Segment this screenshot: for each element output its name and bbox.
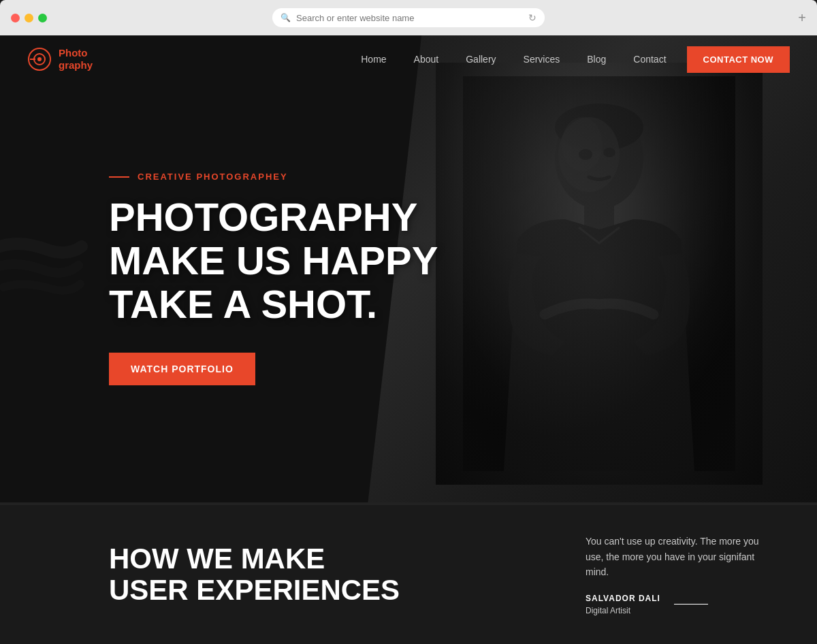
new-tab-button[interactable]: + <box>798 10 806 26</box>
author-name: SALVADOR DALI <box>586 594 660 603</box>
bottom-title: HOW WE MAKE USER EXPERIENCES <box>109 543 422 606</box>
traffic-lights <box>11 14 47 22</box>
author-title: Digital Artisit <box>586 606 660 615</box>
contact-now-button[interactable]: CONTACT NOW <box>687 46 790 73</box>
minimize-button[interactable] <box>25 14 33 22</box>
navbar: Photo graphy Home About Gallery Services… <box>0 35 817 83</box>
hero-title-line3: TAKE A SHOT. <box>109 282 377 326</box>
brush-strokes <box>0 226 89 308</box>
address-bar[interactable]: 🔍 ↻ <box>272 8 545 27</box>
maximize-button[interactable] <box>38 14 47 22</box>
website-content: CREATIVE PHOTOGRAPHEY PHOTOGRAPHY MAKE U… <box>0 35 817 644</box>
browser-chrome: 🔍 ↻ + <box>0 0 817 35</box>
hero-content: CREATIVE PHOTOGRAPHEY PHOTOGRAPHY MAKE U… <box>109 172 438 385</box>
logo-line1: Photo <box>59 47 88 59</box>
nav-link-services[interactable]: Services <box>524 54 560 65</box>
nav-link-home[interactable]: Home <box>361 54 386 65</box>
hero-title: PHOTOGRAPHY MAKE US HAPPY TAKE A SHOT. <box>109 195 438 325</box>
search-icon: 🔍 <box>281 13 291 22</box>
nav-link-contact[interactable]: Contact <box>633 54 666 65</box>
logo: Photo graphy <box>27 47 93 71</box>
nav-link-blog[interactable]: Blog <box>587 54 606 65</box>
bottom-left: HOW WE MAKE USER EXPERIENCES <box>0 516 531 633</box>
portrait-figure <box>436 63 763 485</box>
subtitle-line: CREATIVE PHOTOGRAPHEY <box>109 172 438 182</box>
quote-text: You can't use up creativity. The more yo… <box>586 534 763 579</box>
quote-author: SALVADOR DALI Digital Artisit <box>586 594 763 615</box>
bottom-right: You can't use up creativity. The more yo… <box>531 506 817 642</box>
hero-title-line1: PHOTOGRAPHY <box>109 195 417 239</box>
refresh-icon[interactable]: ↻ <box>528 12 536 23</box>
nav-links: Home About Gallery Services Blog Contact <box>361 54 666 65</box>
bottom-title-line2: USER EXPERIENCES <box>109 574 400 606</box>
author-info: SALVADOR DALI Digital Artisit <box>586 594 660 615</box>
svg-rect-8 <box>463 76 735 471</box>
author-line <box>674 604 708 605</box>
watch-portfolio-button[interactable]: WATCH PORTFOLIO <box>109 353 255 385</box>
logo-line2: graphy <box>59 59 93 71</box>
bottom-title-line1: HOW WE MAKE <box>109 543 325 575</box>
nav-link-gallery[interactable]: Gallery <box>466 54 496 65</box>
subtitle-dash <box>109 176 129 178</box>
nav-link-about[interactable]: About <box>414 54 439 65</box>
subtitle-text: CREATIVE PHOTOGRAPHEY <box>138 172 288 182</box>
person-illustration <box>463 76 735 471</box>
hero-section: CREATIVE PHOTOGRAPHEY PHOTOGRAPHY MAKE U… <box>0 35 817 505</box>
close-button[interactable] <box>11 14 20 22</box>
svg-point-11 <box>37 57 42 61</box>
url-input[interactable] <box>296 13 523 23</box>
portrait-area <box>436 63 763 485</box>
bottom-section: HOW WE MAKE USER EXPERIENCES You can't u… <box>0 505 817 644</box>
logo-text: Photo graphy <box>59 47 93 71</box>
logo-icon <box>27 47 52 71</box>
hero-title-line2: MAKE US HAPPY <box>109 238 438 283</box>
